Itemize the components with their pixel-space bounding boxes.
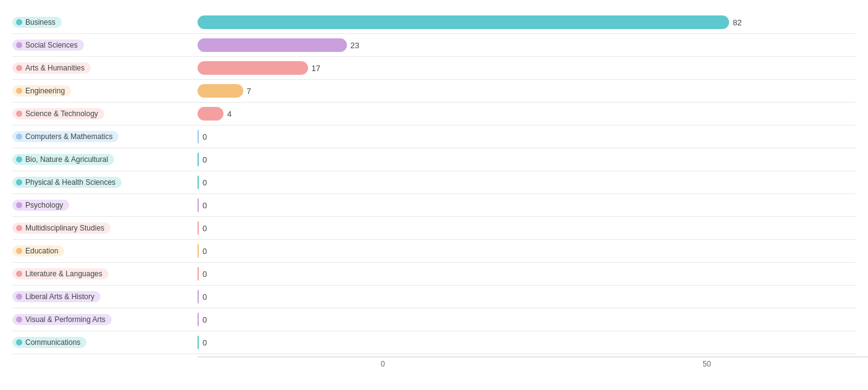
bar-track: 0 [198,265,856,282]
pill-dot-icon [16,111,22,117]
pill-dot-icon [16,271,22,277]
bar-track: 4 [198,105,856,122]
bar-label-9: Multidisciplinary Studies [12,223,198,234]
category-label: Visual & Performing Arts [25,315,106,324]
bar-label-5: Computers & Mathematics [12,131,198,142]
bar-track: 0 [198,334,856,351]
bar-value-label: 0 [202,155,207,164]
bar-label-8: Psychology [12,200,198,211]
pill-dot-icon [16,134,22,140]
bar-track: 0 [198,242,856,260]
bar-label-11: Literature & Languages [12,268,198,279]
bar-track: 23 [198,36,856,54]
bar-value-label: 0 [202,224,207,233]
bar-value-label: 82 [733,18,741,27]
bar-track: 0 [198,311,856,328]
bar-row: Engineering7 [12,80,856,103]
bar-row: Literature & Languages0 [12,263,856,286]
category-label: Computers & Mathematics [25,132,112,141]
bar-row: Business82 [12,11,856,34]
bar-value-label: 0 [202,178,207,187]
category-label: Education [25,247,58,255]
category-label: Communications [25,338,80,347]
pill-dot-icon [16,179,22,185]
bar-value-label: 0 [202,338,207,347]
bar-label-1: Social Sciences [12,40,198,51]
bar-fill [198,130,199,143]
bar-track: 0 [198,151,856,168]
pill-dot-icon [16,65,22,71]
bar-value-label: 17 [312,64,320,73]
category-label: Bio, Nature & Agricultural [25,155,108,164]
bar-row: Science & Technology4 [12,103,856,125]
pill-dot-icon [16,339,22,345]
category-label: Social Sciences [25,41,78,49]
bar-track: 0 [198,174,856,191]
x-axis: 050100 [198,357,868,371]
bar-value-label: 0 [202,201,207,210]
bar-track: 0 [198,128,856,145]
bar-row: Social Sciences23 [12,34,856,57]
category-label: Physical & Health Sciences [25,178,115,187]
bar-value-label: 4 [227,109,232,119]
bar-fill [198,244,199,258]
bar-label-10: Education [12,245,198,256]
pill-dot-icon [16,19,22,25]
category-label: Psychology [25,201,63,210]
bar-row: Arts & Humanities17 [12,57,856,80]
bar-row: Multidisciplinary Studies0 [12,217,856,240]
bar-row: Liberal Arts & History0 [12,286,856,308]
bar-value-label: 7 [247,87,251,96]
bar-row: Education0 [12,240,856,263]
pill-dot-icon [16,156,22,163]
bar-fill [198,267,199,281]
bar-track: 0 [198,219,856,237]
bar-label-2: Arts & Humanities [12,62,198,74]
bar-track: 82 [198,14,856,31]
chart-area: Business82Social Sciences23Arts & Humani… [12,11,856,354]
pill-dot-icon [16,248,22,254]
bar-value-label: 23 [351,41,359,50]
bar-track: 0 [198,197,856,214]
bar-value-label: 0 [202,315,207,324]
bar-row: Communications0 [12,331,856,354]
bar-fill [198,38,347,52]
pill-dot-icon [16,225,22,231]
pill-dot-icon [16,88,22,94]
bar-fill [198,61,308,75]
bar-fill [198,176,199,189]
bar-fill [198,221,199,235]
bar-track: 7 [198,82,856,100]
bar-row: Psychology0 [12,194,856,217]
bar-value-label: 0 [202,132,207,142]
x-tick-label: 0 [381,360,385,368]
category-label: Literature & Languages [25,269,102,278]
bar-label-3: Engineering [12,85,198,96]
bar-label-12: Liberal Arts & History [12,291,198,302]
bar-row: Visual & Performing Arts0 [12,308,856,331]
bar-row: Computers & Mathematics0 [12,125,856,148]
category-label: Engineering [25,87,65,95]
bar-value-label: 0 [202,292,207,302]
category-label: Multidisciplinary Studies [25,224,104,232]
bar-label-14: Communications [12,337,198,348]
pill-dot-icon [16,202,22,208]
bar-fill [198,198,199,212]
bar-value-label: 0 [202,269,207,279]
bar-fill [198,336,199,349]
bar-fill [198,290,199,303]
category-label: Arts & Humanities [25,64,85,72]
bar-label-4: Science & Technology [12,108,198,119]
bar-row: Physical & Health Sciences0 [12,171,856,194]
x-tick-label: 50 [703,360,711,368]
pill-dot-icon [16,42,22,48]
bar-label-13: Visual & Performing Arts [12,314,198,325]
bar-fill [198,313,199,326]
category-label: Business [25,18,56,27]
category-label: Science & Technology [25,109,98,118]
bar-fill [198,15,729,29]
bar-fill [198,107,223,121]
bar-label-0: Business [12,17,198,28]
pill-dot-icon [16,294,22,300]
bar-row: Bio, Nature & Agricultural0 [12,148,856,171]
